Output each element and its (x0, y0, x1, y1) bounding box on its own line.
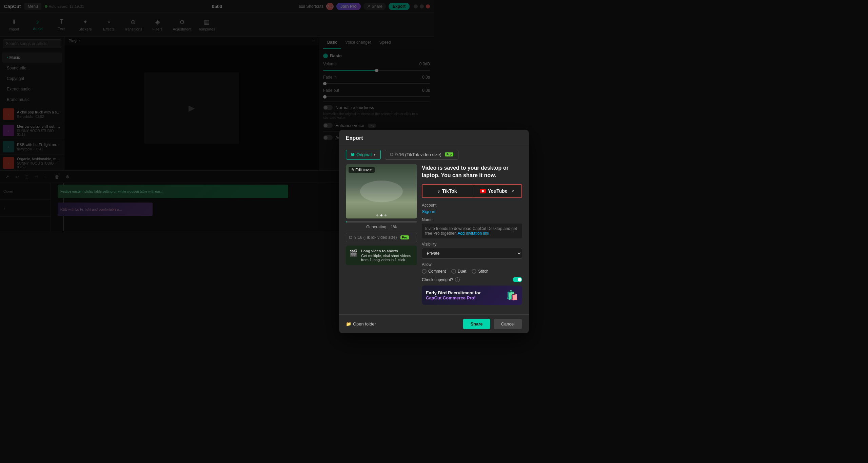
account-row: Account Sign in (422, 203, 434, 214)
modal-title: Export (346, 135, 363, 141)
generating-text: Generating... 1% (346, 225, 417, 229)
format-original-radio (351, 153, 354, 156)
name-section: Name Invite friends to download CapCut D… (422, 217, 434, 231)
preview-dot-1 (376, 214, 378, 216)
modal-right: Video is saved to your desktop or laptop… (422, 164, 434, 231)
account-label: Account (422, 203, 434, 208)
format-916[interactable]: 9:16 (TikTok video size) Pro (385, 150, 434, 160)
format-original[interactable]: Original ▾ (346, 150, 381, 160)
platform-tabs: ♪ TikTok YouTube ↗ (422, 184, 434, 198)
format-original-label: Original (356, 152, 372, 157)
video-preview-box: ✎ Edit cover (346, 164, 417, 218)
format-arrow-icon: ▾ (374, 152, 376, 157)
name-field[interactable]: Invite friends to download CapCut Deskto… (422, 224, 434, 231)
sign-in-link[interactable]: Sign in (422, 209, 434, 214)
modal-headline: Video is saved to your desktop or laptop… (422, 164, 434, 180)
progress-bar-track (346, 221, 417, 223)
format-tabs: Original ▾ 9:16 (TikTok video size) Pro (346, 150, 434, 160)
progress-bar-fill (346, 221, 347, 223)
progress-row: Generating... 1% (346, 221, 417, 229)
name-placeholder-text: Invite friends to download CapCut Deskto… (425, 226, 434, 231)
edit-icon: ✎ (351, 168, 354, 172)
format-916-radio (390, 153, 393, 156)
export-modal: Export Original ▾ 9:16 (TikTok video siz… (339, 130, 434, 231)
modal-content-row: ✎ Edit cover Generating... (346, 164, 434, 231)
preview-dot-2 (380, 214, 382, 216)
edit-cover-button[interactable]: ✎ Edit cover (349, 167, 375, 173)
modal-preview: ✎ Edit cover Generating... (346, 164, 417, 231)
tiktok-tab[interactable]: ♪ TikTok (422, 185, 434, 197)
modal-body: Original ▾ 9:16 (TikTok video size) Pro (339, 145, 434, 231)
format-916-label: 9:16 (TikTok video size) (395, 152, 434, 157)
modal-header: Export (339, 130, 434, 145)
preview-dot-3 (384, 214, 387, 216)
modal-overlay: Export Original ▾ 9:16 (TikTok video siz… (0, 0, 434, 231)
name-label: Name (422, 217, 434, 222)
edit-cover-label: Edit cover (355, 168, 372, 172)
preview-controls (376, 214, 387, 216)
